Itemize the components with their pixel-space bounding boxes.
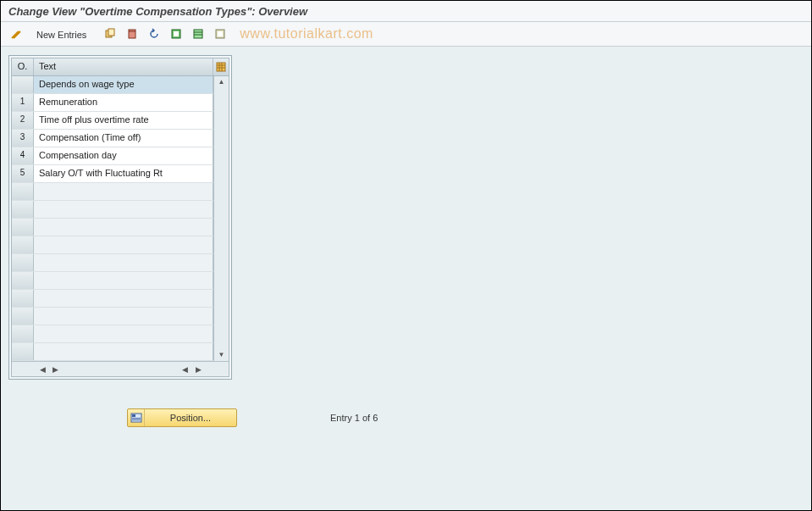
row-o-cell[interactable] xyxy=(12,325,34,342)
row-text-cell[interactable] xyxy=(34,219,213,236)
delete-icon[interactable] xyxy=(123,25,141,42)
data-grid: O. Text Depends on wage type1Remuneratio… xyxy=(11,58,229,377)
scroll-track[interactable] xyxy=(214,88,229,349)
row-o-cell[interactable]: 1 xyxy=(12,94,34,111)
page-title: Change View "Overtime Compensation Types… xyxy=(8,5,804,18)
row-text-cell[interactable] xyxy=(34,343,213,360)
svg-rect-21 xyxy=(132,419,141,420)
row-text-cell[interactable] xyxy=(34,308,213,325)
table-row[interactable]: 1Remuneration xyxy=(12,94,213,112)
svg-rect-7 xyxy=(174,31,179,36)
row-o-cell[interactable]: 4 xyxy=(12,147,34,164)
entry-status-text: Entry 1 of 6 xyxy=(330,413,378,423)
position-button-label: Position... xyxy=(145,413,236,423)
table-row[interactable] xyxy=(12,201,213,219)
row-text-cell[interactable]: Compensation day xyxy=(34,147,213,164)
row-text-cell[interactable] xyxy=(34,290,213,307)
row-o-cell[interactable] xyxy=(12,308,34,325)
svg-rect-8 xyxy=(194,30,202,38)
table-row[interactable] xyxy=(12,236,213,254)
svg-rect-3 xyxy=(108,29,114,36)
table-row[interactable]: 3Compensation (Time off) xyxy=(12,130,213,147)
footer-area: Position... Entry 1 of 6 xyxy=(8,408,804,427)
header-bar: Change View "Overtime Compensation Types… xyxy=(0,0,812,22)
vertical-scrollbar[interactable]: ▲ ▼ xyxy=(213,76,229,361)
table-row[interactable] xyxy=(12,254,213,272)
row-o-cell[interactable] xyxy=(12,236,34,253)
grid-body: Depends on wage type1Remuneration2Time o… xyxy=(12,76,213,361)
table-settings-icon[interactable] xyxy=(213,58,229,75)
row-text-cell[interactable] xyxy=(34,183,213,200)
select-all-icon[interactable] xyxy=(167,25,185,42)
row-text-cell[interactable] xyxy=(34,254,213,271)
row-o-cell[interactable] xyxy=(12,254,34,271)
row-text-cell[interactable] xyxy=(34,272,213,289)
row-text-cell[interactable]: Salary O/T with Fluctuating Rt xyxy=(34,165,213,182)
table-row[interactable] xyxy=(12,325,213,343)
table-row[interactable]: 5Salary O/T with Fluctuating Rt xyxy=(12,165,213,183)
toggle-edit-icon[interactable] xyxy=(7,25,25,42)
table-row[interactable] xyxy=(12,219,213,236)
row-o-cell[interactable] xyxy=(12,201,34,218)
table-row[interactable] xyxy=(12,290,213,308)
undo-icon[interactable] xyxy=(145,25,163,42)
horizontal-scrollbar[interactable]: ◀ ▶ ◀ ▶ xyxy=(12,361,229,376)
scroll-left-icon[interactable]: ▶ xyxy=(50,364,60,375)
new-entries-button[interactable]: New Entries xyxy=(29,25,94,42)
scroll-right-end-icon[interactable]: ▶ xyxy=(193,364,203,375)
table-container: O. Text Depends on wage type1Remuneratio… xyxy=(8,55,232,380)
table-row[interactable]: Depends on wage type xyxy=(12,76,213,94)
copy-icon[interactable] xyxy=(101,25,119,42)
row-o-cell[interactable]: 2 xyxy=(12,112,34,129)
table-row[interactable]: 2Time off plus overtime rate xyxy=(12,112,213,130)
row-text-cell[interactable] xyxy=(34,201,213,218)
column-header-o[interactable]: O. xyxy=(12,58,34,75)
table-row[interactable]: 4Compensation day xyxy=(12,147,213,165)
row-text-cell[interactable] xyxy=(34,236,213,253)
content-area: O. Text Depends on wage type1Remuneratio… xyxy=(0,47,812,436)
table-row[interactable] xyxy=(12,308,213,325)
table-row[interactable] xyxy=(12,272,213,290)
svg-rect-12 xyxy=(218,31,223,36)
row-o-cell[interactable] xyxy=(12,343,34,360)
svg-rect-20 xyxy=(132,418,141,419)
watermark-text: www.tutorialkart.com xyxy=(240,26,373,42)
scroll-left-start-icon[interactable]: ◀ xyxy=(37,364,47,375)
table-row[interactable] xyxy=(12,183,213,201)
column-header-text[interactable]: Text xyxy=(34,58,213,75)
table-row[interactable] xyxy=(12,343,213,361)
row-text-cell[interactable] xyxy=(34,325,213,342)
row-o-cell[interactable]: 5 xyxy=(12,165,34,182)
scroll-down-icon[interactable]: ▼ xyxy=(218,349,225,361)
row-o-cell[interactable] xyxy=(12,290,34,307)
row-o-cell[interactable] xyxy=(12,219,34,236)
scroll-right-icon[interactable]: ◀ xyxy=(180,364,191,375)
svg-rect-13 xyxy=(217,63,225,71)
row-text-cell[interactable]: Compensation (Time off) xyxy=(34,130,213,147)
select-block-icon[interactable] xyxy=(189,25,207,42)
row-o-cell[interactable] xyxy=(12,272,34,289)
scroll-up-icon[interactable]: ▲ xyxy=(218,76,225,88)
position-button[interactable]: Position... xyxy=(127,408,237,427)
row-text-cell[interactable]: Depends on wage type xyxy=(34,76,213,93)
position-icon xyxy=(128,409,145,426)
toolbar: New Entries www.tutorialkart.com xyxy=(0,22,812,47)
row-o-cell[interactable] xyxy=(12,183,34,200)
grid-header-row: O. Text xyxy=(12,58,229,76)
row-text-cell[interactable]: Time off plus overtime rate xyxy=(34,112,213,129)
row-o-cell[interactable]: 3 xyxy=(12,130,34,147)
svg-rect-19 xyxy=(132,414,135,417)
deselect-all-icon[interactable] xyxy=(211,25,229,42)
row-o-cell[interactable] xyxy=(12,76,34,93)
row-text-cell[interactable]: Remuneration xyxy=(34,94,213,111)
